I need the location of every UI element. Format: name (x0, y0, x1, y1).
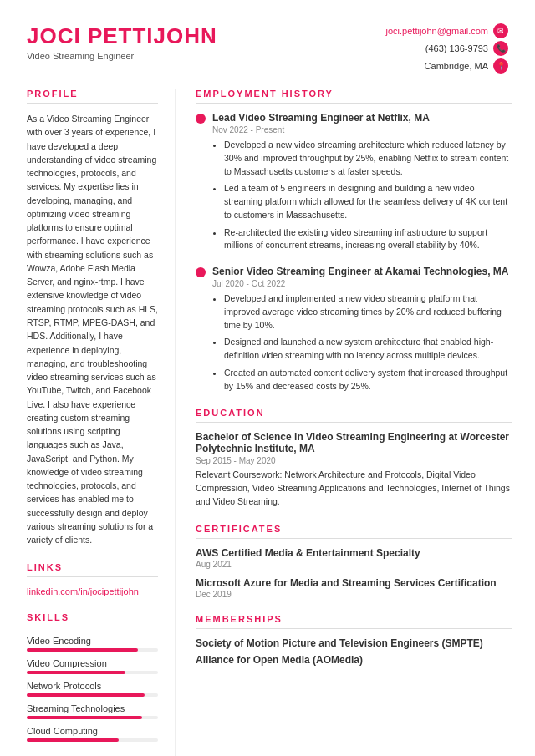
skill-bar-bg (27, 716, 158, 719)
cert-name: AWS Certified Media & Entertainment Spec… (196, 547, 512, 559)
membership-item: Society of Motion Picture and Television… (196, 637, 512, 649)
education-item: Bachelor of Science in Video Streaming E… (196, 431, 512, 508)
skill-item: Video Encoding (27, 636, 158, 652)
candidate-name: JOCI PETTIJOHN (27, 23, 217, 49)
job-bullets: Developed and implemented a new video st… (212, 292, 512, 393)
edu-degree: Bachelor of Science in Video Streaming E… (196, 431, 512, 454)
phone-icon: 📞 (493, 41, 508, 56)
job-header: Senior Video Streaming Engineer at Akama… (196, 266, 512, 277)
skill-name: Streaming Technologies (27, 703, 158, 713)
skill-item: Video Compression (27, 658, 158, 674)
skill-name: Cloud Computing (27, 726, 158, 736)
email-icon: ✉ (493, 23, 508, 38)
memberships-section-title: MEMBERSHIPS (196, 614, 512, 629)
linkedin-link[interactable]: linkedin.com/in/jocipettijohn (27, 586, 139, 596)
job-header: Lead Video Streaming Engineer at Netflix… (196, 112, 512, 124)
employment-section-title: EMPLOYMENT HISTORY (196, 89, 512, 104)
content: EMPLOYMENT HISTORY Lead Video Streaming … (176, 89, 535, 756)
jobs-list: Lead Video Streaming Engineer at Netflix… (196, 112, 512, 393)
resume: JOCI PETTIJOHN Video Streaming Engineer … (0, 0, 535, 756)
skill-bar-fill (27, 671, 125, 674)
job-dot (196, 267, 206, 277)
phone-row: (463) 136-9793 📞 (425, 41, 508, 56)
edu-date: Sep 2015 - May 2020 (196, 456, 512, 465)
job-bullet: Re-architected the existing video stream… (224, 226, 512, 253)
job-bullet: Created an automated content delivery sy… (224, 367, 512, 393)
membership-item: Alliance for Open Media (AOMedia) (196, 654, 512, 666)
skill-name: Network Protocols (27, 681, 158, 691)
skill-item: Streaming Technologies (27, 703, 158, 719)
header-left: JOCI PETTIJOHN Video Streaming Engineer (27, 23, 217, 61)
profile-section-title: PROFILE (27, 89, 158, 104)
skills-list: Video Encoding Video Compression Network… (27, 636, 158, 742)
skill-item: Network Protocols (27, 681, 158, 697)
certificates-section-title: CERTIFICATES (196, 524, 512, 539)
skill-bar-fill (27, 648, 138, 652)
job-bullets: Developed a new video streaming architec… (212, 139, 512, 252)
job-item: Lead Video Streaming Engineer at Netflix… (196, 112, 512, 252)
links-section-title: LINKS (27, 562, 158, 577)
skill-bar-bg (27, 648, 158, 652)
skill-bar-fill (27, 716, 142, 719)
location-row: Cambridge, MA 📍 (425, 58, 508, 74)
skill-name: Video Encoding (27, 636, 158, 646)
education-list: Bachelor of Science in Video Streaming E… (196, 431, 512, 508)
skill-name: Video Compression (27, 658, 158, 668)
job-bullet: Led a team of 5 engineers in designing a… (224, 182, 512, 221)
skill-bar-fill (27, 693, 145, 697)
header-right: joci.pettijohn@gmail.com ✉ (463) 136-979… (386, 23, 508, 74)
sidebar: PROFILE As a Video Streaming Engineer wi… (0, 89, 176, 756)
main-layout: PROFILE As a Video Streaming Engineer wi… (0, 89, 535, 756)
job-dot (196, 114, 206, 124)
email-link[interactable]: joci.pettijohn@gmail.com (386, 26, 488, 36)
skills-section-title: SKILLS (27, 612, 158, 627)
certificate-item: Microsoft Azure for Media and Streaming … (196, 577, 512, 599)
job-bullet: Designed and launched a new system archi… (224, 336, 512, 363)
skill-bar-bg (27, 693, 158, 697)
education-section-title: EDUCATION (196, 408, 512, 423)
cert-date: Aug 2021 (196, 560, 512, 569)
skill-bar-bg (27, 671, 158, 674)
candidate-subtitle: Video Streaming Engineer (27, 51, 217, 61)
header: JOCI PETTIJOHN Video Streaming Engineer … (0, 0, 535, 89)
location-text: Cambridge, MA (425, 61, 488, 71)
skill-bar-fill (27, 738, 119, 742)
email-row: joci.pettijohn@gmail.com ✉ (386, 23, 508, 38)
skill-bar-bg (27, 738, 158, 742)
phone-text: (463) 136-9793 (425, 43, 488, 53)
certificates-list: AWS Certified Media & Entertainment Spec… (196, 547, 512, 599)
certificate-item: AWS Certified Media & Entertainment Spec… (196, 547, 512, 569)
profile-text: As a Video Streaming Engineer with over … (27, 112, 158, 547)
job-bullet: Developed a new video streaming architec… (224, 139, 512, 178)
job-date: Nov 2022 - Present (212, 125, 512, 134)
memberships-list: Society of Motion Picture and Television… (196, 637, 512, 666)
job-bullet: Developed and implemented a new video st… (224, 292, 512, 332)
cert-date: Dec 2019 (196, 590, 512, 599)
location-icon: 📍 (493, 58, 508, 74)
skill-item: Cloud Computing (27, 726, 158, 742)
edu-description: Relevant Coursework: Network Architectur… (196, 469, 512, 508)
job-date: Jul 2020 - Oct 2022 (212, 279, 512, 288)
job-title: Senior Video Streaming Engineer at Akama… (212, 266, 509, 277)
cert-name: Microsoft Azure for Media and Streaming … (196, 577, 512, 589)
links-list: linkedin.com/in/jocipettijohn (27, 586, 158, 597)
job-title: Lead Video Streaming Engineer at Netflix… (212, 112, 430, 124)
job-item: Senior Video Streaming Engineer at Akama… (196, 266, 512, 393)
